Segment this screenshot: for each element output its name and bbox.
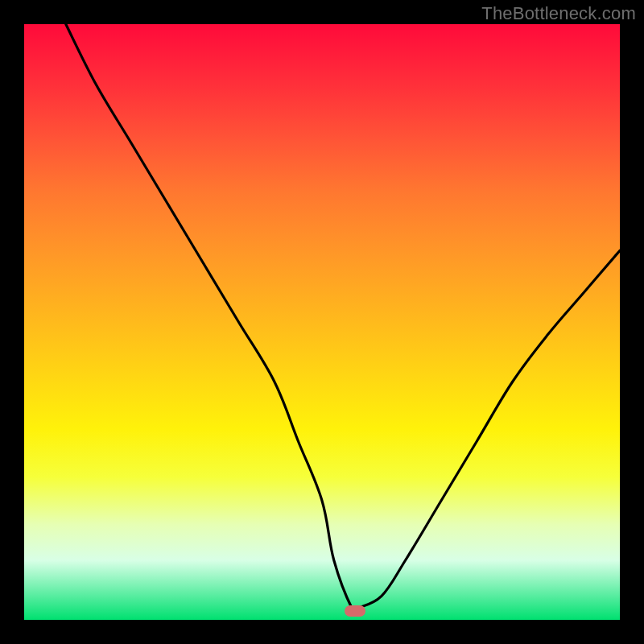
watermark-text: TheBottleneck.com [481,3,636,24]
bottleneck-curve [24,24,620,620]
optimal-point-marker [345,605,365,617]
plot-area [24,24,620,620]
curve-path [66,24,620,613]
chart-container: TheBottleneck.com [0,0,644,644]
